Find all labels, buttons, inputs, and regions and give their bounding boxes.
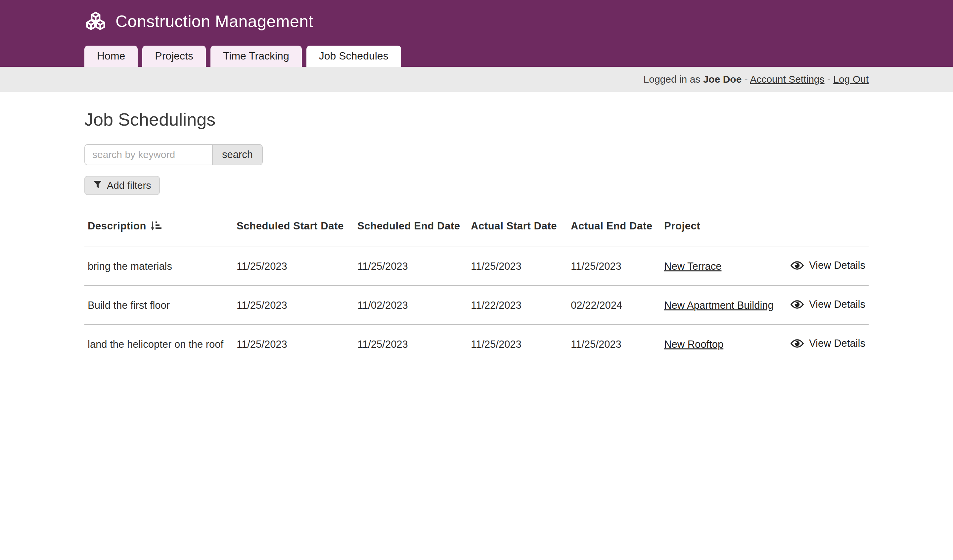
view-details-label: View Details [809,337,865,350]
search-button[interactable]: search [212,145,262,165]
cell-actual-start: 11/25/2023 [467,325,568,364]
account-settings-link[interactable]: Account Settings [750,74,824,85]
cell-scheduled-start: 11/25/2023 [233,325,354,364]
add-filters-button[interactable]: Add filters [84,176,160,195]
project-link[interactable]: New Terrace [664,260,722,272]
cell-details: View Details [786,325,869,364]
logout-link[interactable]: Log Out [833,74,869,85]
search-group: search [84,144,263,165]
cell-scheduled-end: 11/25/2023 [354,247,467,286]
filter-icon [93,180,102,191]
cell-scheduled-end: 11/02/2023 [354,286,467,325]
project-link[interactable]: New Rooftop [664,339,723,350]
table-row: land the helicopter on the roof 11/25/20… [84,325,869,364]
column-header-scheduled-start[interactable]: Scheduled Start Date [233,210,354,247]
cell-actual-end: 02/22/2024 [568,286,661,325]
search-input[interactable] [85,145,212,165]
column-header-description[interactable]: Description [84,210,233,247]
separator: - [827,74,830,85]
cell-scheduled-end: 11/25/2023 [354,325,467,364]
cubes-icon [84,11,107,32]
job-schedules-table: Description [84,210,869,363]
column-header-actual-end[interactable]: Actual End Date [568,210,661,247]
cell-actual-start: 11/25/2023 [467,247,568,286]
eye-icon [790,300,804,309]
cell-description: Build the first floor [84,286,233,325]
cell-actual-end: 11/25/2023 [568,247,661,286]
tab-home[interactable]: Home [84,46,138,67]
column-header-actual-start[interactable]: Actual Start Date [467,210,568,247]
view-details-label: View Details [809,299,865,310]
search-row: search [84,144,869,165]
logged-in-prefix: Logged in as [644,74,700,85]
add-filters-label: Add filters [107,180,151,191]
cell-scheduled-start: 11/25/2023 [233,247,354,286]
column-header-scheduled-end[interactable]: Scheduled End Date [354,210,467,247]
table-header-row: Description [84,210,869,247]
cell-description: bring the materials [84,247,233,286]
project-link[interactable]: New Apartment Building [664,300,774,311]
cell-description: land the helicopter on the roof [84,325,233,364]
tab-projects[interactable]: Projects [142,46,206,67]
cell-actual-end: 11/25/2023 [568,325,661,364]
cell-details: View Details [786,247,869,286]
cell-details: View Details [786,286,869,325]
filters-row: Add filters [84,176,869,195]
main-nav: Home Projects Time Tracking Job Schedule… [84,46,869,67]
cell-scheduled-start: 11/25/2023 [233,286,354,325]
eye-icon [790,260,804,271]
cell-actual-start: 11/22/2023 [467,286,568,325]
separator: - [745,74,748,85]
view-details-label: View Details [809,260,865,271]
view-details-link[interactable]: View Details [790,260,865,271]
table-row: Build the first floor 11/25/2023 11/02/2… [84,286,869,325]
view-details-link[interactable]: View Details [790,299,865,310]
logged-in-user: Joe Doe [703,74,742,85]
eye-icon [790,339,804,348]
view-details-link[interactable]: View Details [790,337,865,350]
tab-job-schedules[interactable]: Job Schedules [306,46,401,67]
table-row: bring the materials 11/25/2023 11/25/202… [84,247,869,286]
cell-project: New Rooftop [661,325,786,364]
app-header: Construction Management Home Projects Ti… [0,0,953,67]
sort-amount-icon[interactable] [151,221,162,231]
brand: Construction Management [84,11,869,32]
cell-project: New Terrace [661,247,786,286]
tab-time-tracking[interactable]: Time Tracking [210,46,302,67]
app-title: Construction Management [115,12,314,31]
column-header-actions [786,210,869,247]
column-header-project[interactable]: Project [661,210,786,247]
session-bar: Logged in as Joe Doe - Account Settings … [0,67,953,92]
page-title: Job Schedulings [84,109,869,130]
cell-project: New Apartment Building [661,286,786,325]
